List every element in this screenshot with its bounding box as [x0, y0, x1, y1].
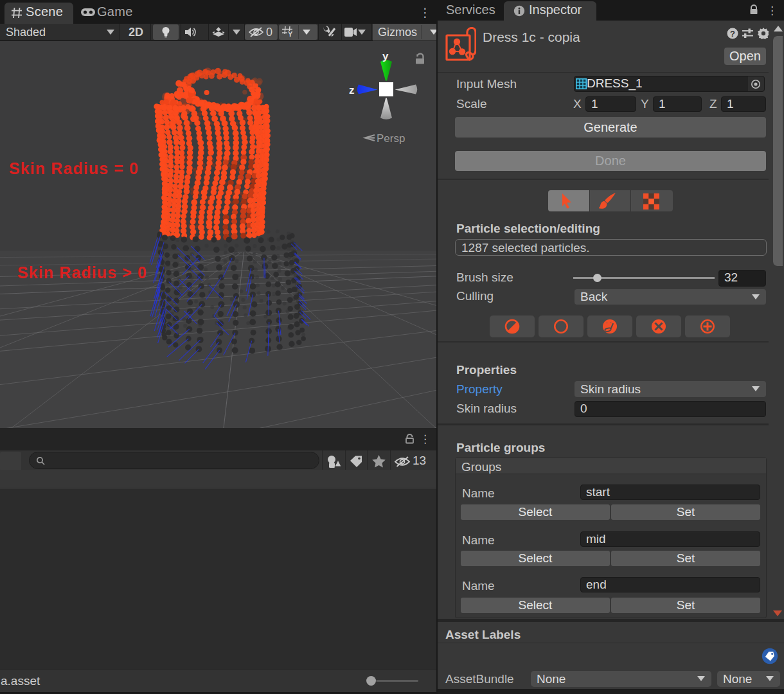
svg-text:Persp: Persp	[377, 132, 405, 145]
svg-text:?: ?	[730, 29, 735, 39]
svg-text:Y: Y	[288, 30, 293, 38]
svg-text:Skin Radius > 0: Skin Radius > 0	[17, 263, 147, 281]
svg-text:y: y	[382, 50, 389, 62]
svg-text:Skin Radius = 0: Skin Radius = 0	[9, 159, 139, 177]
svg-text:z: z	[349, 84, 355, 96]
